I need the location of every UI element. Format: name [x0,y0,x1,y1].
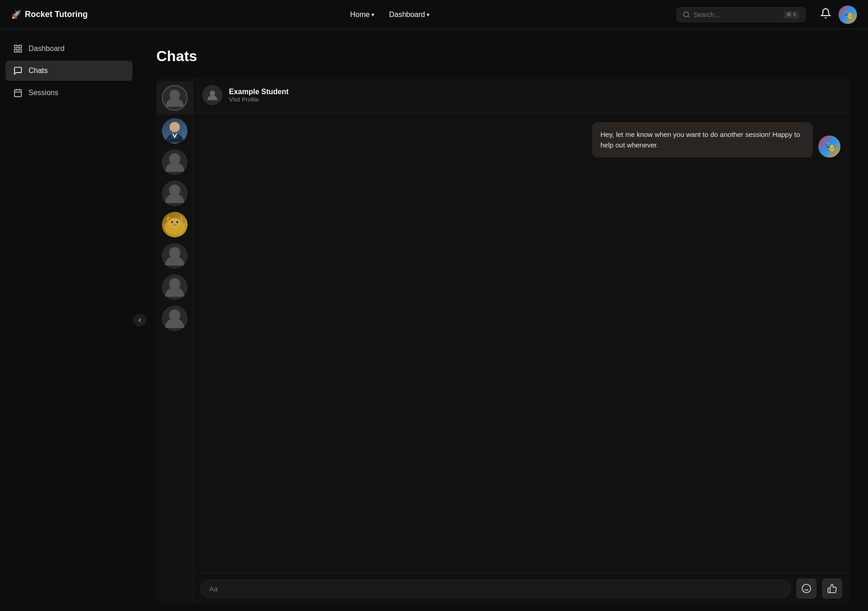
search-icon [683,11,690,18]
svg-rect-2 [15,45,17,48]
svg-point-24 [802,584,811,593]
svg-point-17 [171,221,173,223]
chat-header-avatar [202,85,223,105]
svg-line-1 [688,16,689,17]
chat-contact-name: Example Student [229,88,289,96]
contact-item-3[interactable] [162,149,188,175]
nav-links: Home ▾ Dashboard ▾ [118,8,662,22]
calendar-icon [13,88,23,97]
svg-point-18 [176,221,178,223]
chat-header: Example Student Visit Profile [193,78,850,113]
logo-area: 🚀 Rocket Tutoring [11,10,103,20]
sidebar-item-label-dashboard: Dashboard [29,45,64,53]
nav-right: 🎭 [820,6,857,24]
logo-text: Rocket Tutoring [25,10,88,19]
logo-emoji: 🚀 [11,10,21,20]
message-sender-avatar: 🎭 [818,136,840,158]
search-kbd: ⌘ K [783,11,799,19]
home-nav-link[interactable]: Home ▾ [345,8,380,22]
sidebar-item-sessions[interactable]: Sessions [6,83,132,103]
message-row-1: Hey, let me know when you want to do ano… [202,122,840,158]
input-bar [193,572,850,604]
dashboard-nav-link[interactable]: Dashboard ▾ [383,8,435,22]
sidebar-item-dashboard[interactable]: Dashboard [6,39,132,59]
svg-rect-4 [19,50,22,52]
sidebar-item-chats[interactable]: Chats [6,61,132,81]
notification-bell-icon[interactable] [820,8,831,21]
message-input[interactable] [200,580,791,598]
contact-list: ⋮ [156,78,193,604]
visit-profile-link[interactable]: Visit Profile [229,96,289,103]
messages-area: Hey, let me know when you want to do ano… [193,113,850,572]
svg-rect-3 [19,45,22,48]
sidebar-item-label-sessions: Sessions [29,89,58,97]
svg-point-19 [172,224,177,226]
chat-panel: Example Student Visit Profile Hey, let m… [193,78,850,604]
sidebar-item-label-chats: Chats [29,67,48,75]
chat-container: ⋮ [156,78,850,604]
thumbs-up-button[interactable] [822,578,842,599]
topnav: 🚀 Rocket Tutoring Home ▾ Dashboard ▾ ⌘ K… [0,0,868,29]
svg-point-0 [684,12,689,17]
contact-item-6[interactable] [162,243,188,269]
chats-icon [13,66,23,75]
svg-rect-5 [15,50,17,52]
search-bar[interactable]: ⌘ K [677,7,805,22]
contact-item-1[interactable] [162,85,188,111]
emoji-button[interactable] [796,578,817,599]
main-layout: Dashboard Chats Sessions [0,29,868,611]
contact-item-1-wrapper[interactable] [156,81,193,114]
contact-item-8[interactable] [162,306,188,331]
dashboard-icon [13,44,23,53]
dashboard-chevron-icon: ▾ [427,11,429,18]
contact-item-2[interactable] [162,118,188,144]
contact-item-7[interactable] [162,274,188,300]
sidebar-collapse-button[interactable] [133,314,146,327]
contact-item-5[interactable]: ⋮ [162,212,188,238]
message-bubble: Hey, let me know when you want to do ano… [592,122,813,158]
page-title: Chats [156,48,850,65]
sidebar: Dashboard Chats Sessions [0,29,138,611]
chat-header-info: Example Student Visit Profile [229,88,289,103]
user-avatar[interactable]: 🎭 [839,6,857,24]
page-content: Chats [138,29,868,611]
contact-item-4[interactable] [162,181,188,206]
dots-menu-icon[interactable]: ⋮ [183,218,188,231]
svg-point-16 [168,218,181,228]
search-input[interactable] [694,11,780,18]
svg-point-11 [169,122,179,132]
svg-rect-6 [15,90,22,96]
home-chevron-icon: ▾ [371,11,374,18]
